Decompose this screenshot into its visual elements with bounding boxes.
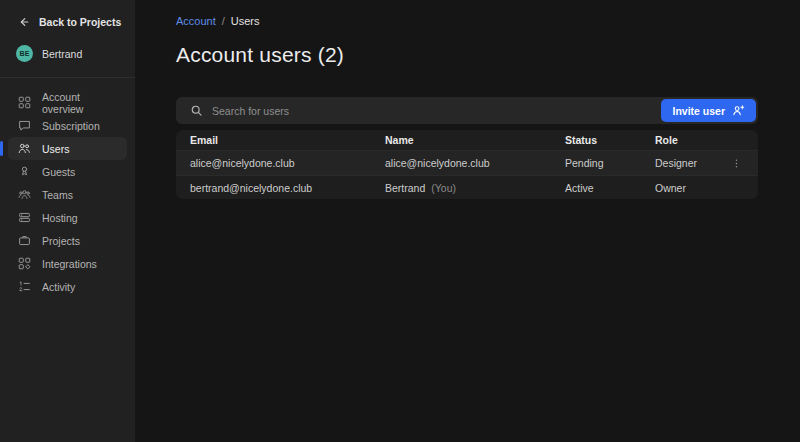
breadcrumb: Account / Users — [176, 0, 800, 27]
sidebar-item-label: Users — [42, 143, 69, 155]
back-to-projects-label: Back to Projects — [39, 16, 121, 28]
users-icon — [18, 142, 31, 155]
table-row: bertrand@nicelydone.club Bertrand(You) A… — [176, 175, 758, 199]
sidebar-item-account-overview[interactable]: Account overview — [8, 91, 127, 114]
column-header-role: Role — [655, 134, 728, 146]
cell-status: Pending — [565, 157, 655, 169]
sidebar-item-label: Integrations — [42, 258, 97, 270]
back-arrow-icon — [18, 16, 30, 28]
column-header-name: Name — [385, 134, 565, 146]
briefcase-icon — [18, 234, 31, 247]
teams-icon — [18, 188, 31, 201]
table-row: alice@nicelydone.club alice@nicelydone.c… — [176, 151, 758, 175]
sidebar-nav: Account overview Subscription Users Gues… — [0, 78, 135, 298]
cell-status: Active — [565, 182, 655, 194]
sidebar-item-users[interactable]: Users — [8, 137, 127, 160]
guest-badge-icon — [18, 165, 31, 178]
cell-role: Owner — [655, 182, 728, 194]
users-table: Email Name Status Role alice@nicelydone.… — [176, 130, 758, 199]
breadcrumb-account-link[interactable]: Account — [176, 15, 216, 27]
sidebar-item-teams[interactable]: Teams — [8, 183, 127, 206]
invite-user-button[interactable]: Invite user — [661, 99, 756, 122]
column-header-status: Status — [565, 134, 655, 146]
invite-user-label: Invite user — [672, 105, 725, 117]
sidebar-item-subscription[interactable]: Subscription — [8, 114, 127, 137]
back-to-projects-button[interactable]: Back to Projects — [0, 0, 135, 28]
sidebar-item-label: Teams — [42, 189, 73, 201]
account-name: Bertrand — [42, 48, 82, 60]
sidebar: Back to Projects BE Bertrand Account ove… — [0, 0, 135, 442]
cell-role: Designer — [655, 157, 728, 169]
sidebar-item-label: Account overview — [42, 91, 121, 115]
activity-list-icon — [18, 280, 31, 293]
sidebar-item-label: Subscription — [42, 120, 100, 132]
user-plus-icon — [732, 104, 745, 117]
grid-icon — [18, 96, 31, 109]
sidebar-item-guests[interactable]: Guests — [8, 160, 127, 183]
breadcrumb-separator: / — [222, 15, 225, 27]
cell-name: Bertrand(You) — [385, 182, 565, 194]
server-icon — [18, 211, 31, 224]
sidebar-item-integrations[interactable]: Integrations — [8, 252, 127, 275]
toolbar: Invite user — [176, 97, 758, 124]
cell-email: alice@nicelydone.club — [190, 157, 385, 169]
cell-email: bertrand@nicelydone.club — [190, 182, 385, 194]
sidebar-item-label: Guests — [42, 166, 75, 178]
sidebar-item-label: Hosting — [42, 212, 78, 224]
table-header-row: Email Name Status Role — [176, 130, 758, 151]
avatar: BE — [16, 45, 33, 62]
breadcrumb-current: Users — [231, 15, 260, 27]
cell-name: alice@nicelydone.club — [385, 157, 565, 169]
sidebar-item-hosting[interactable]: Hosting — [8, 206, 127, 229]
comment-icon — [18, 119, 31, 132]
main-content: Account / Users Account users (2) Invite… — [135, 0, 800, 442]
sidebar-item-label: Activity — [42, 281, 75, 293]
search-icon — [190, 104, 203, 117]
sidebar-item-label: Projects — [42, 235, 80, 247]
row-actions-kebab-icon[interactable] — [728, 155, 744, 171]
account-switcher[interactable]: BE Bertrand — [0, 28, 135, 77]
sidebar-item-projects[interactable]: Projects — [8, 229, 127, 252]
page-title: Account users (2) — [176, 43, 800, 67]
integrations-icon — [18, 257, 31, 270]
search-input[interactable] — [212, 97, 661, 124]
column-header-email: Email — [190, 134, 385, 146]
sidebar-item-activity[interactable]: Activity — [8, 275, 127, 298]
search-box — [190, 97, 661, 124]
